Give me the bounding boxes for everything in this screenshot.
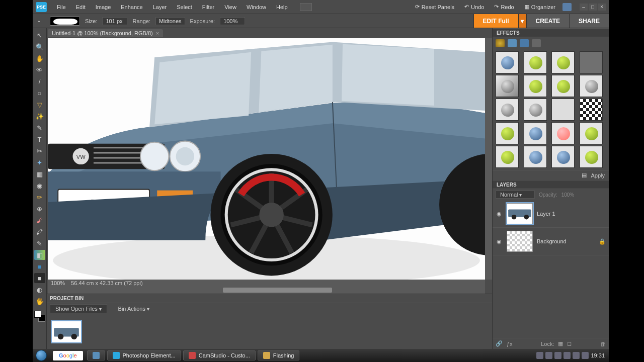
zoom-level[interactable]: 100% [51,280,65,286]
marquee-tool[interactable]: / [34,76,45,86]
crop-tool[interactable]: T [34,134,45,144]
redo-button[interactable]: ↷Redo [491,3,517,11]
effect-thumb[interactable] [496,146,519,168]
taskbar-item[interactable] [87,350,105,360]
eraser-tool[interactable]: ⊕ [34,204,45,214]
color-swatches[interactable] [34,311,45,322]
effect-thumb[interactable] [580,75,603,97]
effect-thumb[interactable] [496,75,519,97]
tool-preset-icon[interactable]: ⌄ [37,17,45,25]
paintbucket-tool[interactable]: ✎ [34,238,45,248]
menu-layer[interactable]: Layer [148,2,172,12]
exposure-input[interactable]: 100% [220,17,245,25]
visibility-toggle[interactable]: ◉ [496,211,503,217]
effect-thumb[interactable] [496,122,519,144]
lasso-tool[interactable]: ○ [34,88,45,98]
share-mode-button[interactable]: SHARE [569,14,609,28]
link-layers-icon[interactable]: 🔗 [496,340,503,347]
menu-select[interactable]: Select [172,2,197,12]
effect-thumb[interactable] [524,51,547,73]
taskbar-item[interactable]: CamStudio - Custo... [183,350,256,360]
tray-icon[interactable] [554,352,561,359]
effects-options-icon[interactable]: ▤ [582,172,587,178]
redeye-tool[interactable]: ▦ [34,169,45,179]
effects-panel-header[interactable]: EFFECTS [493,28,609,37]
layer-name[interactable]: Layer 1 [537,211,606,217]
menu-enhance[interactable]: Enhance [116,2,147,12]
hand-tool[interactable]: ✋ [34,53,45,63]
menu-view[interactable]: View [219,2,242,12]
layer-thumbnail[interactable] [507,203,533,224]
organizer-button[interactable]: ▦Organizer [521,3,558,11]
effect-thumb[interactable] [551,99,575,121]
menu-filter[interactable]: Filter [197,2,219,12]
size-input[interactable]: 101 px [102,17,127,25]
maximize-button[interactable]: □ [589,4,597,11]
filters-category-icon[interactable] [496,39,505,47]
photo-effects-icon[interactable] [520,39,529,47]
lock-all-icon[interactable]: ▦ [558,340,563,347]
layer-row[interactable]: ◉ Layer 1 [493,200,609,228]
layer-styles-icon[interactable] [508,39,517,47]
magic-wand-tool[interactable]: ▽ [34,100,45,110]
layer-row[interactable]: ◉ Background 🔒 [493,228,609,255]
straighten-tool[interactable]: ✦ [34,157,45,167]
menu-window[interactable]: Window [242,2,271,12]
menu-image[interactable]: Image [91,2,116,12]
lock-pixels-icon[interactable]: ◻ [567,340,572,347]
network-icon[interactable] [573,352,580,359]
type-tool[interactable]: ✎ [34,123,45,133]
google-search-box[interactable]: Google [53,351,83,360]
arrange-icon[interactable] [300,3,312,11]
edit-mode-dropdown[interactable]: ▾ [518,14,526,28]
effect-thumb[interactable] [551,75,575,97]
brush-tool[interactable]: 🖌 [34,215,45,225]
tray-icon[interactable] [536,352,543,359]
effect-thumb[interactable] [524,99,547,121]
effect-thumb[interactable] [496,51,519,73]
delete-layer-icon[interactable]: 🗑 [600,341,606,347]
taskbar-item[interactable]: Flashing [258,350,300,360]
layer-name[interactable]: Background [537,238,595,244]
canvas[interactable]: VW B-AW 994 [48,38,485,280]
volume-icon[interactable] [582,352,589,359]
start-button[interactable] [33,349,50,362]
vertical-scrollbar[interactable] [485,38,492,280]
bin-thumbnail[interactable] [51,320,82,343]
recompose-tool[interactable]: 🖐 [34,296,45,306]
sponge-tool[interactable]: ◐ [34,285,45,295]
shape-tool[interactable]: ■ [34,261,45,272]
menu-edit[interactable]: Edit [71,2,91,12]
home-icon[interactable] [562,3,572,11]
effect-thumb[interactable] [524,122,547,144]
range-select[interactable]: Midtones [155,17,185,25]
minimize-button[interactable]: – [580,4,588,11]
tray-icon[interactable] [545,352,552,359]
undo-button[interactable]: ↶Undo [461,3,487,11]
effect-thumb[interactable] [524,75,547,97]
fx-icon[interactable]: ƒx [507,341,513,347]
eyedropper-tool[interactable]: 👁 [34,65,45,75]
blend-mode-select[interactable]: Normal ▾ [496,191,535,199]
gradient-tool[interactable]: ◧ [34,250,45,260]
document-tab[interactable]: Untitled-1 @ 100% (Background, RGB/8) × [48,29,163,37]
foreground-color[interactable] [34,311,41,318]
effect-thumb[interactable] [551,122,575,144]
visibility-toggle[interactable]: ◉ [496,238,503,244]
reset-panels-button[interactable]: ⟳Reset Panels [412,3,457,11]
edit-mode-button[interactable]: EDIT Full [473,14,518,28]
effect-thumb[interactable] [580,51,603,73]
spot-heal-tool[interactable]: ◉ [34,180,45,191]
taskbar-clock[interactable]: 19:31 [591,352,605,358]
effect-thumb[interactable] [580,146,603,168]
horizontal-scrollbar[interactable] [48,287,485,294]
quick-select-tool[interactable]: ✨ [34,111,45,121]
effect-thumb[interactable] [580,122,603,144]
blur-tool[interactable]: ■ [34,273,45,283]
cookie-cutter-tool[interactable]: ✂ [34,146,45,156]
layer-thumbnail[interactable] [507,231,533,252]
smart-brush-tool[interactable]: 🖍 [34,227,45,237]
effect-thumb[interactable] [496,99,519,121]
zoom-tool[interactable]: 🔍 [34,42,45,52]
move-tool[interactable]: ↖ [34,30,45,40]
